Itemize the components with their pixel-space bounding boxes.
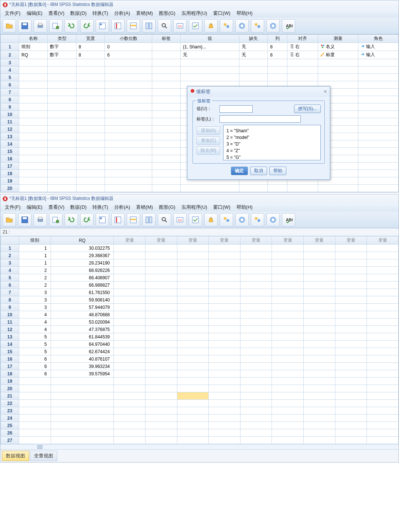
column-header[interactable]: 角色 [358, 35, 399, 43]
row-number[interactable]: 4 [1, 66, 19, 74]
row-number[interactable]: 26 [1, 429, 19, 437]
split-file-icon[interactable] [142, 213, 156, 226]
menu-item[interactable]: 查看(V) [45, 204, 67, 211]
row-number[interactable]: 9 [1, 103, 19, 111]
variable-row-empty[interactable]: 4 [1, 66, 399, 74]
redo-icon[interactable] [80, 19, 93, 33]
cancel-button[interactable]: 取消 [250, 167, 267, 175]
weight-cases-icon[interactable] [204, 19, 218, 33]
column-header[interactable]: 变量 [272, 236, 304, 245]
menu-item[interactable]: 转换(T) [89, 10, 111, 17]
data-row[interactable]: 15562.674424 [1, 348, 399, 355]
data-row[interactable]: 9357.944079 [1, 304, 399, 311]
horizontal-scrollbar[interactable] [0, 444, 399, 449]
row-number[interactable]: 11 [1, 118, 19, 126]
data-row-empty[interactable]: 26 [1, 429, 399, 437]
row-number[interactable]: 1 [1, 245, 19, 252]
row-number[interactable]: 9 [1, 304, 19, 311]
row-number[interactable]: 21 [1, 392, 19, 400]
row-number[interactable]: 15 [1, 148, 19, 155]
tab-data-view[interactable]: 数据视图 [2, 451, 29, 461]
value-labels-icon[interactable]: 1A [173, 19, 187, 33]
row-number[interactable]: 16 [1, 355, 19, 363]
recent-icon[interactable] [49, 19, 62, 33]
column-header[interactable]: 类型 [48, 35, 76, 43]
data-view-grid[interactable]: 组别RQ变量变量变量变量变量变量变量变量变量 1130.0322752129.3… [0, 236, 399, 444]
value-input[interactable] [219, 105, 253, 113]
menu-item[interactable]: 查看(V) [45, 10, 67, 17]
help-button[interactable]: 帮助 [269, 167, 286, 175]
column-header[interactable]: 变量 [209, 236, 241, 245]
variables-icon[interactable] [220, 19, 233, 33]
row-number[interactable]: 23 [1, 407, 19, 415]
row-number[interactable]: 6 [1, 282, 19, 289]
weight-cases-icon[interactable] [204, 213, 218, 226]
recent-icon[interactable] [49, 213, 62, 226]
column-header[interactable]: 缺失 [239, 35, 267, 43]
row-number[interactable]: 5 [1, 274, 19, 282]
column-header[interactable]: 宽度 [76, 35, 105, 43]
data-row-empty[interactable]: 21 [1, 392, 399, 400]
goto-icon[interactable] [96, 213, 109, 226]
data-row-empty[interactable]: 23 [1, 407, 399, 415]
data-row[interactable]: 18639.575954 [1, 370, 399, 378]
data-row-empty[interactable]: 22 [1, 400, 399, 407]
variables-icon[interactable] [251, 19, 264, 33]
select-cases-icon[interactable] [189, 19, 202, 33]
goto-icon[interactable] [96, 19, 109, 33]
row-number[interactable]: 15 [1, 348, 19, 355]
variable-row-empty[interactable]: 20 [1, 185, 399, 192]
goto-var-icon[interactable] [111, 213, 125, 226]
print-icon[interactable] [34, 213, 47, 226]
row-number[interactable]: 17 [1, 363, 19, 370]
variables-icon[interactable] [220, 213, 233, 226]
data-row[interactable]: 8359.908140 [1, 296, 399, 304]
menu-item[interactable]: 直销(M) [133, 204, 156, 211]
spellcheck-icon[interactable]: ABC [282, 213, 295, 226]
data-row[interactable]: 17639.963234 [1, 363, 399, 370]
menu-item[interactable]: 编辑(E) [24, 204, 45, 211]
data-row[interactable]: 1130.032275 [1, 245, 399, 252]
undo-icon[interactable] [65, 19, 78, 33]
column-header[interactable]: 对齐 [287, 35, 318, 43]
open-icon[interactable] [3, 19, 16, 33]
column-header[interactable]: 变量 [145, 236, 177, 245]
row-number[interactable]: 6 [1, 81, 19, 89]
run-icon[interactable] [266, 213, 280, 226]
insert-case-icon[interactable] [127, 213, 140, 226]
row-number[interactable]: 2 [1, 252, 19, 259]
data-row[interactable]: 6266.989827 [1, 282, 399, 289]
row-number[interactable]: 24 [1, 415, 19, 422]
row-number[interactable]: 19 [1, 378, 19, 385]
run-icon[interactable] [235, 19, 249, 33]
select-cases-icon[interactable] [189, 213, 202, 226]
row-number[interactable]: 20 [1, 385, 19, 392]
row-number[interactable]: 5 [1, 74, 19, 81]
data-row[interactable]: 4268.926226 [1, 267, 399, 274]
value-label-item[interactable]: 1 = "Sham" [226, 127, 317, 134]
row-number[interactable]: 10 [1, 311, 19, 318]
data-row[interactable]: 7361.761550 [1, 289, 399, 296]
value-label-item[interactable]: 3 = "D" [226, 141, 317, 147]
data-row-empty[interactable]: 25 [1, 422, 399, 429]
menu-item[interactable]: 数据(D) [67, 10, 89, 17]
menu-item[interactable]: 图形(G) [156, 204, 178, 211]
data-row[interactable]: 11453.020094 [1, 318, 399, 326]
data-row[interactable]: 12447.376875 [1, 326, 399, 333]
menu-item[interactable]: 分析(A) [111, 204, 133, 211]
open-icon[interactable] [3, 213, 16, 226]
data-row-empty[interactable]: 20 [1, 385, 399, 392]
row-number[interactable]: 16 [1, 155, 19, 163]
find-icon[interactable] [158, 19, 171, 33]
run-icon[interactable] [235, 213, 249, 226]
variables-icon[interactable] [251, 213, 264, 226]
menu-item[interactable]: 图形(G) [156, 10, 178, 17]
menu-item[interactable]: 窗口(W) [210, 10, 233, 17]
value-labels-listbox[interactable]: 1 = "Sham"2 = "model"3 = "D"4 = "Z"5 = "… [223, 125, 321, 160]
run-icon[interactable] [266, 19, 280, 33]
label-input[interactable] [219, 115, 301, 123]
data-row-empty[interactable]: 24 [1, 415, 399, 422]
column-header[interactable]: 小数位数 [105, 35, 152, 43]
row-number[interactable]: 14 [1, 341, 19, 348]
data-row[interactable]: 14564.970440 [1, 341, 399, 348]
